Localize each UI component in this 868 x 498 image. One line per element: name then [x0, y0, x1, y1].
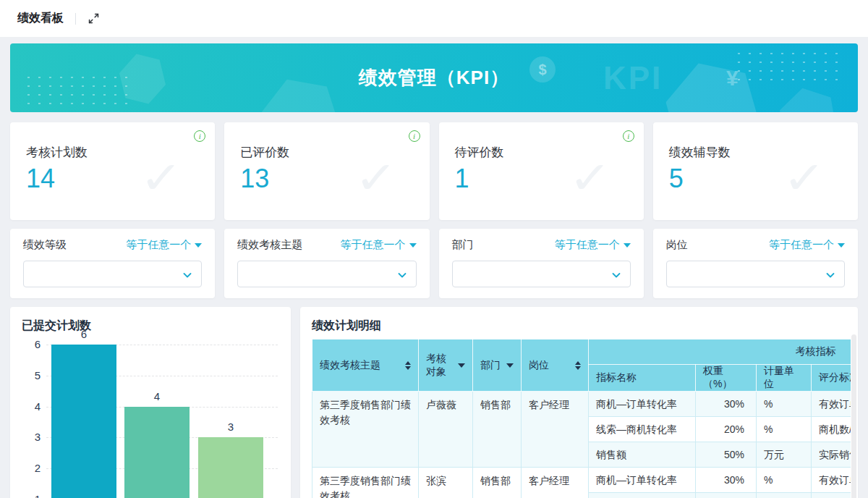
performance-plan-table: 绩效考核主题考核对象部门岗位考核指标指标名称权重（%）计量单位评分标准 第三季度… — [312, 339, 851, 498]
weight-cell: 50% — [696, 442, 757, 468]
filter-assessment-topic: 绩效考核主题 等于任意一个 — [224, 229, 429, 298]
standard-cell: 有效订单 — [812, 468, 851, 493]
caret-down-icon — [409, 243, 417, 248]
table-body: 第三季度销售部门绩效考核卢薇薇销售部客户经理商机—订单转化率30%%有效订单线索… — [312, 392, 851, 498]
theme-cell: 第三季度销售部门绩效考核 — [312, 392, 419, 468]
filter-label: 绩效等级 — [23, 238, 67, 252]
stat-card-evaluated: i ✓ 已评价数 13 — [224, 122, 429, 220]
unit-cell: % — [757, 392, 812, 417]
target-cell: 张滨 — [419, 468, 473, 498]
table-row: 第三季度销售部门绩效考核卢薇薇销售部客户经理商机—订单转化率30%%有效订单 — [312, 392, 851, 417]
table-row: 第三季度销售部门绩效考核张滨销售部客户经理商机—订单转化率30%%有效订单 — [312, 468, 851, 493]
caret-down-icon — [195, 243, 202, 248]
dots-pattern — [733, 49, 846, 83]
position-select[interactable] — [666, 261, 845, 287]
standard-cell: 商机数/ — [812, 417, 851, 442]
hexagon-decoration — [253, 72, 348, 112]
dept-cell: 销售部 — [473, 392, 522, 468]
table-header: 绩效考核主题考核对象部门岗位考核指标指标名称权重（%）计量单位评分标准 — [312, 339, 851, 392]
sort-icon[interactable] — [405, 361, 411, 370]
page-title: 绩效看板 — [17, 11, 64, 26]
chevron-down-icon — [825, 270, 835, 280]
standard-cell: 有效订单 — [812, 392, 851, 417]
sub-column-header[interactable]: 权重（%） — [696, 365, 757, 392]
stats-row: i ✓ 考核计划数 14 i ✓ 已评价数 13 i ✓ 待评价数 1 ✓ 绩效… — [10, 122, 858, 220]
filter-caret-icon[interactable] — [458, 363, 465, 368]
stat-card-coaching: ✓ 绩效辅导数 5 — [653, 122, 858, 220]
table-wrap: 绩效考核主题考核对象部门岗位考核指标指标名称权重（%）计量单位评分标准 第三季度… — [312, 339, 851, 498]
filter-operator-link[interactable]: 等于任意一个 — [126, 238, 202, 252]
standard-cell: 商机数/ — [812, 493, 851, 498]
filter-label: 部门 — [452, 238, 474, 252]
filter-position: 岗位 等于任意一个 — [653, 229, 858, 298]
weight-cell: 30% — [696, 468, 757, 493]
sub-column-header[interactable]: 计量单位 — [757, 365, 812, 392]
sub-column-header[interactable]: 评分标准 — [812, 365, 851, 392]
fullscreen-expand-icon[interactable] — [88, 12, 100, 25]
filter-label: 绩效考核主题 — [237, 238, 302, 252]
bar-3 — [198, 437, 263, 498]
column-header[interactable]: 绩效考核主题 — [312, 339, 419, 392]
chevron-down-icon — [611, 270, 621, 280]
filter-label: 岗位 — [666, 238, 688, 252]
column-header-label: 岗位 — [529, 359, 549, 372]
indicator-name-cell: 线索—商机转化率 — [589, 493, 696, 498]
divider — [75, 13, 76, 25]
target-cell: 卢薇薇 — [419, 392, 473, 468]
y-axis-tick: 6 — [22, 338, 41, 350]
banner-title: 绩效管理（KPI） — [359, 65, 509, 90]
dept-cell: 销售部 — [473, 468, 522, 498]
column-header[interactable]: 部门 — [473, 339, 522, 392]
unit-cell: % — [757, 493, 812, 498]
kpi-banner: $ KPI ¥ 绩效管理（KPI） — [10, 43, 858, 112]
bar-chart-plot: 123456643 — [22, 335, 279, 498]
post-cell: 客户经理 — [522, 468, 589, 498]
filter-operator-link[interactable]: 等于任意一个 — [341, 238, 417, 252]
sort-icon[interactable] — [575, 361, 581, 370]
check-watermark-icon: ✓ — [140, 151, 183, 204]
post-cell: 客户经理 — [522, 392, 589, 468]
info-icon[interactable]: i — [623, 130, 634, 142]
check-watermark-icon: ✓ — [354, 151, 398, 204]
weight-cell: 20% — [696, 493, 757, 498]
yen-watermark-icon: ¥ — [726, 66, 739, 90]
info-icon[interactable]: i — [409, 130, 420, 142]
indicator-name-cell: 商机—订单转化率 — [589, 468, 696, 493]
caret-down-icon — [624, 243, 631, 248]
unit-cell: % — [757, 468, 812, 493]
chevron-down-icon — [397, 270, 407, 280]
department-select[interactable] — [452, 261, 631, 287]
check-watermark-icon: ✓ — [783, 151, 826, 204]
bar-2 — [124, 407, 190, 498]
sub-column-header[interactable]: 指标名称 — [589, 365, 696, 392]
bar-value-label: 3 — [198, 421, 263, 433]
indicator-name-cell: 销售额 — [589, 442, 696, 468]
column-header[interactable]: 岗位 — [522, 339, 589, 392]
dots-pattern — [23, 73, 136, 106]
performance-grade-select[interactable] — [23, 261, 202, 287]
indicator-name-cell: 线索—商机转化率 — [589, 417, 696, 442]
y-axis-tick: 4 — [22, 400, 41, 413]
filter-operator-link[interactable]: 等于任意一个 — [769, 238, 845, 252]
performance-plan-detail-card: 绩效计划明细 绩效考核主题考核对象部门岗位考核指标指标名称权重（%）计量单位评分… — [300, 307, 858, 498]
theme-cell: 第三季度销售部门绩效考核 — [312, 468, 419, 498]
bar-value-label: 6 — [51, 328, 116, 340]
assessment-topic-select[interactable] — [237, 261, 416, 287]
group-column-header: 考核指标 — [589, 339, 851, 365]
weight-cell: 30% — [696, 392, 757, 417]
filter-operator-link[interactable]: 等于任意一个 — [555, 238, 631, 252]
standard-cell: 实际销售 — [812, 442, 851, 468]
dashboard-content: $ KPI ¥ 绩效管理（KPI） i ✓ 考核计划数 14 i ✓ 已评价数 … — [0, 38, 868, 498]
top-bar: 绩效看板 — [0, 0, 868, 38]
filter-caret-icon[interactable] — [506, 363, 514, 368]
kpi-watermark-text: KPI — [603, 60, 663, 96]
column-header[interactable]: 考核对象 — [419, 339, 473, 392]
weight-cell: 20% — [696, 417, 757, 442]
chevron-down-icon — [182, 270, 192, 280]
column-header-label: 考核对象 — [426, 353, 455, 379]
table-title: 绩效计划明细 — [312, 318, 851, 334]
vertical-scrollbar[interactable] — [851, 334, 856, 498]
y-axis-tick: 5 — [22, 369, 41, 381]
info-icon[interactable]: i — [194, 130, 205, 142]
submitted-plans-chart-card: 已提交计划数 123456643 — [10, 307, 291, 498]
